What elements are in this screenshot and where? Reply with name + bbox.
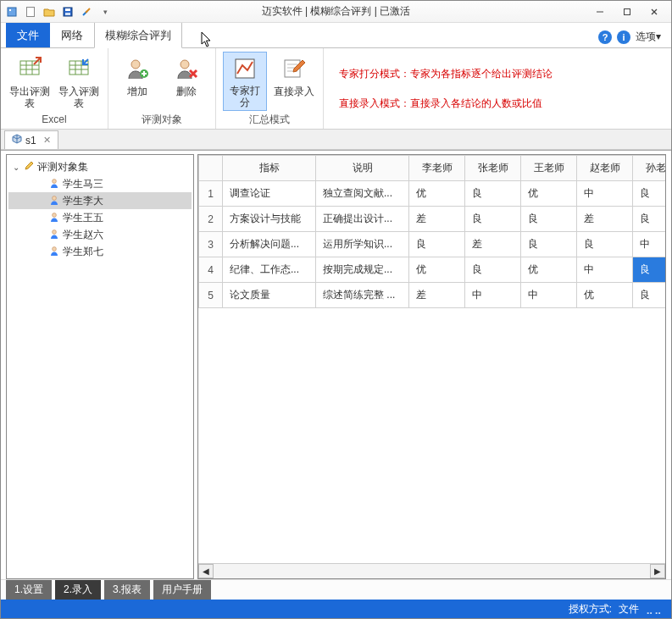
resize-grip-icon[interactable]: ⣀⣀ [646, 603, 663, 615]
grade-cell[interactable]: 独立查阅文献... [316, 181, 409, 207]
menu-file[interactable]: 文件 [6, 22, 50, 47]
grade-cell[interactable]: 良 [521, 207, 577, 232]
grade-cell[interactable]: 良 [577, 232, 633, 257]
grade-cell[interactable]: 调查论证 [223, 181, 316, 207]
close-button[interactable] [641, 3, 668, 20]
tree-node[interactable]: 学生赵六 [8, 226, 192, 243]
grade-cell[interactable]: 按期完成规定... [316, 257, 409, 283]
grade-cell[interactable]: 优 [521, 257, 577, 283]
column-header[interactable]: 赵老师 [577, 156, 633, 181]
grade-cell[interactable]: 运用所学知识... [316, 232, 409, 257]
grade-cell-active[interactable]: 良▼ [633, 257, 666, 283]
grade-cell[interactable]: 差 [409, 207, 465, 232]
quick-access-toolbar: ▾ [4, 4, 113, 19]
export-table-button[interactable]: 导出评测表 [8, 52, 52, 111]
scroll-left-icon[interactable]: ◀ [198, 564, 214, 578]
delete-button[interactable]: 删除 [164, 52, 208, 111]
group-name-subject: 评测对象 [142, 111, 182, 129]
open-icon[interactable] [42, 4, 57, 19]
column-header[interactable]: 李老师 [409, 156, 465, 181]
close-tab-icon[interactable]: ✕ [43, 135, 51, 146]
options-menu[interactable]: 选项▾ [636, 30, 661, 44]
grade-cell[interactable]: 良 [465, 257, 521, 283]
bottom-tab[interactable]: 2.录入 [55, 580, 101, 600]
grade-cell[interactable]: 良 [633, 283, 666, 308]
svg-rect-0 [8, 8, 16, 16]
column-header[interactable]: 张老师 [465, 156, 521, 181]
grade-cell[interactable]: 综述简练完整 ... [316, 283, 409, 308]
grade-cell[interactable]: 差 [577, 207, 633, 232]
new-icon[interactable] [23, 4, 38, 19]
tree-root[interactable]: ⌄ 评测对象集 [8, 158, 192, 175]
column-header[interactable]: 孙老师 [633, 156, 666, 181]
info-icon[interactable]: i [617, 30, 630, 44]
grade-cell[interactable]: 中 [577, 257, 633, 283]
column-header[interactable]: 王老师 [521, 156, 577, 181]
grade-cell[interactable]: 中 [521, 283, 577, 308]
grade-cell[interactable]: 纪律、工作态... [223, 257, 316, 283]
tree-node[interactable]: 学生郑七 [8, 243, 192, 260]
tree-node[interactable]: 学生王五 [8, 209, 192, 226]
import-icon [65, 55, 92, 82]
grade-cell[interactable]: 优 [577, 283, 633, 308]
svg-rect-1 [9, 9, 11, 11]
main-area: ⌄ 评测对象集 学生马三学生李大学生王五学生赵六学生郑七 指标说明李老师张老师王… [1, 150, 671, 579]
menu-network[interactable]: 网络 [50, 22, 94, 47]
add-button[interactable]: 增加 [115, 52, 159, 111]
grade-cell[interactable]: 良 [633, 207, 666, 232]
ribbon-group-mode: 专家打分 直接录入 汇总模式 [216, 48, 324, 129]
grade-cell[interactable]: 良 [465, 207, 521, 232]
ribbon-info: 专家打分模式：专家为各指标逐个给出评测结论 直接录入模式：直接录入各结论的人数或… [324, 48, 671, 129]
grade-cell[interactable]: 良 [633, 181, 666, 207]
save-icon[interactable] [60, 4, 75, 19]
grade-cell[interactable]: 差 [465, 232, 521, 257]
menu-fuzzy[interactable]: 模糊综合评判 [94, 22, 182, 48]
import-table-button[interactable]: 导入评测表 [57, 52, 101, 111]
expand-icon[interactable]: ⌄ [12, 163, 20, 172]
grade-cell[interactable]: 优 [409, 257, 465, 283]
grade-cell[interactable]: 良 [521, 232, 577, 257]
ribbon-group-excel: 导出评测表 导入评测表 Excel [1, 48, 108, 129]
svg-point-35 [53, 229, 57, 234]
table-row: 2方案设计与技能正确提出设计...差良良差良 [199, 207, 666, 232]
bottom-tab[interactable]: 用户手册 [153, 580, 211, 600]
horizontal-scrollbar[interactable]: ◀ ▶ [198, 563, 665, 578]
bottom-tab[interactable]: 3.报表 [104, 580, 150, 600]
grade-cell[interactable]: 优 [521, 181, 577, 207]
grade-cell[interactable]: 良 [409, 232, 465, 257]
column-header[interactable]: 说明 [316, 156, 409, 181]
delete-person-icon [173, 55, 200, 82]
column-header[interactable]: 指标 [223, 156, 316, 181]
export-icon [16, 55, 43, 82]
menu-row: 文件 网络 模糊综合评判 ? i 选项▾ [1, 23, 671, 48]
grade-cell[interactable]: 论文质量 [223, 283, 316, 308]
add-person-icon [124, 55, 151, 82]
document-tab-s1[interactable]: s1 ✕ [4, 130, 58, 149]
tools-icon[interactable] [79, 4, 94, 19]
grade-cell[interactable]: 正确提出设计... [316, 207, 409, 232]
grade-cell[interactable]: 良 [465, 181, 521, 207]
chevron-down-icon: ▾ [656, 30, 661, 42]
ribbon: 导出评测表 导入评测表 Excel 增加 删除 评测对象 专家打分 [1, 48, 671, 130]
grade-cell[interactable]: 中 [465, 283, 521, 308]
person-icon [49, 246, 59, 258]
grade-cell[interactable]: 分析解决问题... [223, 232, 316, 257]
grade-cell[interactable]: 中 [577, 181, 633, 207]
grade-cell[interactable]: 方案设计与技能 [223, 207, 316, 232]
tree-node[interactable]: 学生李大 [8, 192, 192, 209]
bottom-tab[interactable]: 1.设置 [6, 580, 52, 600]
minimize-button[interactable] [586, 3, 614, 20]
scroll-right-icon[interactable]: ▶ [650, 564, 665, 578]
expert-label: 专家打分 [225, 85, 264, 108]
scroll-track[interactable] [214, 564, 650, 578]
qat-dropdown-icon[interactable]: ▾ [97, 4, 113, 19]
grade-cell[interactable]: 中 [633, 232, 666, 257]
grade-cell[interactable]: 差 [409, 283, 465, 308]
direct-input-button[interactable]: 直接录入 [272, 52, 316, 111]
expert-score-button[interactable]: 专家打分 [223, 52, 267, 111]
tree-node[interactable]: 学生马三 [8, 175, 192, 192]
help-icon[interactable]: ? [598, 30, 612, 44]
table-row: 3分析解决问题...运用所学知识...良差良良中 [199, 232, 666, 257]
grade-cell[interactable]: 优 [409, 181, 465, 207]
maximize-button[interactable] [614, 3, 641, 20]
